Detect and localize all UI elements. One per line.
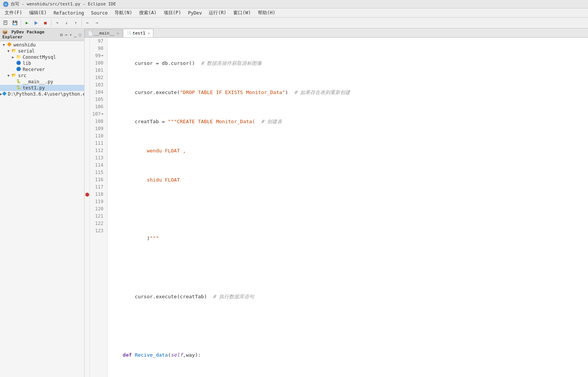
gutter-103: [85, 81, 90, 89]
gutter-118: [85, 191, 90, 198]
tree-label-src: src: [18, 73, 27, 78]
code-line-99: creatTab = """CREATE TABLE Monitor_Data(…: [111, 118, 585, 125]
gutter-102: [85, 74, 90, 81]
link-editor-icon[interactable]: ⇔: [64, 32, 68, 37]
menu-search[interactable]: 搜索(A): [136, 9, 160, 17]
file-icon-main-py: 🐍: [15, 79, 22, 84]
tree-label-python-exe: D:\Python3.6.4\user\python.exe: [8, 91, 84, 97]
ln-122: 122: [92, 220, 105, 227]
code-line-102: [111, 205, 585, 213]
menu-window[interactable]: 窗口(W): [230, 9, 254, 17]
ln-116: 116: [92, 176, 105, 184]
line-numbers: 97 98 99➜ 100 101 102 103 104 105 106 10…: [90, 38, 108, 377]
folder-icon-connectmysql: 📁: [15, 55, 22, 60]
tab-main[interactable]: 📄 __main__ ✕: [85, 29, 123, 37]
sep1: [21, 20, 21, 26]
code-editor[interactable]: 97 98 99➜ 100 101 102 103 104 105 106 10…: [85, 38, 588, 377]
gutter-119: [85, 198, 90, 205]
code-content[interactable]: cursor = db.cursor() # 数据库操作获取游标图像 curso…: [108, 38, 588, 377]
gutter-109: [85, 125, 90, 132]
gutter-117: [85, 184, 90, 191]
menu-source[interactable]: Source: [88, 10, 111, 17]
sep2: [51, 20, 51, 26]
module-icon-recerver: 🔵: [15, 67, 22, 72]
debug-button[interactable]: [32, 19, 40, 27]
menubar: 文件(F) 编辑(E) Refactoring Source 导航(N) 搜索(…: [0, 8, 588, 18]
right-panel: 📄 __main__ ✕ 📄 test1 ✕: [85, 28, 588, 377]
menu-project[interactable]: 项目(P): [161, 9, 184, 17]
ln-119: 119: [92, 198, 105, 205]
sep3: [81, 20, 82, 26]
tree-label-recerver: Recerver: [23, 67, 45, 72]
tab-label-main: __main__: [94, 31, 115, 36]
run-button[interactable]: ▶: [23, 19, 31, 27]
code-line-100: wendu FLOAT ,: [111, 147, 585, 154]
titlebar: e 自写 - wenshidu/src/test1.py - Eclipse I…: [0, 0, 588, 8]
tree-label-wenshidu: wenshidu: [13, 42, 36, 48]
sidebar: 📦 PyDev Package Explorer ⊟ ⇔ ▾ _ □ ▼ 🔶 w…: [0, 28, 85, 377]
ln-113: 113: [92, 154, 105, 162]
ln-114: 114: [92, 162, 105, 169]
sidebar-header-icons: ⊟ ⇔ ▾ _ □: [60, 32, 82, 37]
menu-file[interactable]: 文件(F): [2, 9, 25, 17]
menu-navigate[interactable]: 导航(N): [111, 9, 135, 17]
menu-help[interactable]: 帮助(H): [255, 9, 279, 17]
ln-115: 115: [92, 169, 105, 176]
tab-close-main[interactable]: ✕: [117, 31, 119, 35]
gutter-120: [85, 205, 90, 213]
ln-110: 110: [92, 132, 105, 140]
ln-104: 104: [92, 89, 105, 96]
gutter-115: [85, 169, 90, 176]
menu-edit[interactable]: 编辑(E): [26, 9, 50, 17]
ln-106: 106: [92, 103, 105, 111]
gutter-116: [85, 176, 90, 184]
ln-117: 117: [92, 184, 105, 191]
step-over-button[interactable]: ↷: [53, 19, 61, 27]
ln-108: 108: [92, 118, 105, 125]
menu-run[interactable]: 运行(R): [206, 9, 229, 17]
menu-pydev[interactable]: PyDev: [185, 10, 205, 17]
ln-99: 99➜: [92, 52, 105, 60]
tree-item-test1-py[interactable]: ▶ 🐍 test1.py: [0, 85, 84, 91]
code-line-105: cursor.execute(creatTab) # 执行数据库语句: [111, 293, 585, 300]
ln-100: 100: [92, 60, 105, 67]
tree-item-wenshidu[interactable]: ▼ 🔶 wenshidu: [0, 42, 84, 48]
tree-item-recerver[interactable]: ▶ 🔵 Recerver: [0, 66, 84, 73]
folder-icon-serial: 📂: [11, 48, 17, 54]
collapse-all-icon[interactable]: ⊟: [60, 32, 63, 37]
view-menu-icon[interactable]: ▾: [69, 32, 73, 37]
sidebar-tree: ▼ 🔶 wenshidu ▼ 📂 serial ▶ 📁 ConnectMysql: [0, 41, 84, 377]
minimize-icon[interactable]: _: [73, 32, 77, 37]
menu-refactoring[interactable]: Refactoring: [50, 10, 87, 17]
save-button[interactable]: 💾: [11, 19, 19, 27]
gutter-111: [85, 140, 90, 147]
tree-item-python-exe[interactable]: ▶ 🔷 D:\Python3.6.4\user\python.exe: [0, 91, 84, 97]
gutter-104: [85, 89, 90, 96]
tree-item-connectmysql[interactable]: ▶ 📁 ConnectMysql: [0, 54, 84, 60]
code-line-106: [111, 322, 585, 329]
gutter-99: [85, 52, 90, 60]
step-into-button[interactable]: ↓: [62, 19, 71, 27]
tree-arrow-wenshidu: ▼: [2, 43, 6, 47]
pkg-explorer-icon: 📦: [2, 30, 8, 35]
tree-item-lib[interactable]: ▶ 🔵 lib: [0, 60, 84, 66]
gutter-113: [85, 154, 90, 162]
toolbar: 💾 ▶ ■ ↷ ↓ ↑ ← →: [0, 18, 588, 28]
tree-item-src[interactable]: ▼ 📂 src: [0, 73, 84, 79]
breakpoint-118[interactable]: [85, 193, 89, 197]
tree-arrow-serial: ▼: [6, 49, 11, 53]
tree-item-serial[interactable]: ▼ 📂 serial: [0, 48, 84, 54]
tab-close-test1[interactable]: ✕: [148, 31, 150, 35]
gutter-105: [85, 96, 90, 103]
ln-111: 111: [92, 140, 105, 147]
forward-button[interactable]: →: [93, 19, 101, 27]
step-return-button[interactable]: ↑: [71, 19, 80, 27]
ln-112: 112: [92, 147, 105, 154]
new-button[interactable]: [2, 19, 10, 27]
back-button[interactable]: ←: [83, 19, 92, 27]
tab-test1[interactable]: 📄 test1 ✕: [123, 29, 153, 37]
tab-icon-main: 📄: [88, 31, 93, 35]
stop-button[interactable]: ■: [41, 19, 50, 27]
tree-item-main-py[interactable]: ▶ 🐍 __main__.py: [0, 79, 84, 85]
maximize-icon[interactable]: □: [78, 32, 82, 37]
